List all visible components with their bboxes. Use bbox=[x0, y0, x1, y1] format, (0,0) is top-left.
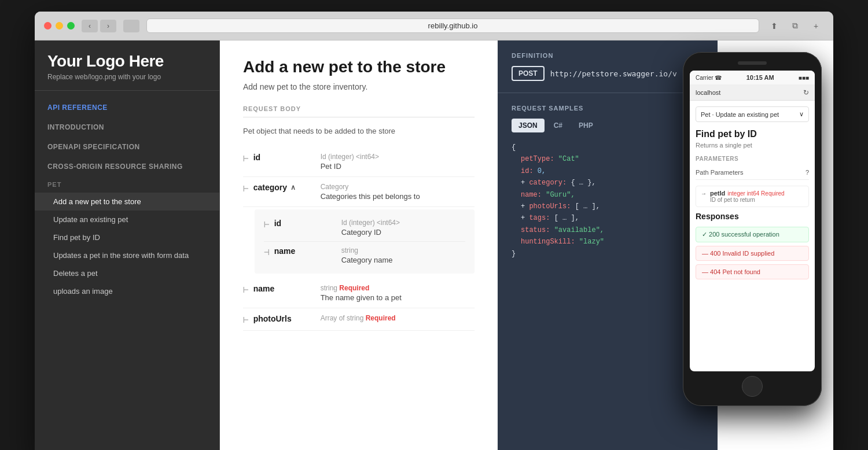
sidebar-item-uploads-image[interactable]: uploads an image bbox=[35, 282, 219, 300]
close-button[interactable] bbox=[44, 22, 52, 29]
phone-section-title: Find pet by ID bbox=[696, 129, 809, 139]
sidebar-item-cors[interactable]: CROSS-ORIGIN RESOURCE SHARING bbox=[35, 157, 219, 176]
request-samples-label: REQUEST SAMPLES bbox=[512, 105, 704, 112]
sidebar-item-openapi-spec[interactable]: OPENAPI SPECIFICATION bbox=[35, 137, 219, 157]
bracket-name: ⊢ bbox=[243, 285, 249, 294]
nested-field-desc-id: Category ID bbox=[341, 228, 465, 237]
sidebar: Your Logo Here Replace web/logo.png with… bbox=[35, 40, 220, 450]
method-badge: POST bbox=[512, 66, 545, 81]
sidebar-item-update-pet[interactable]: Update an existing pet bbox=[35, 211, 219, 228]
phone-url-text: localhost bbox=[696, 89, 720, 96]
field-name-id: id bbox=[253, 153, 311, 162]
field-type-name: string Required bbox=[321, 284, 475, 292]
browser-actions: ⬆ ⧉ + bbox=[766, 20, 824, 32]
field-desc-category: Categories this pet belongs to bbox=[321, 192, 475, 201]
nav-buttons: ‹ › bbox=[82, 20, 116, 32]
sidebar-item-update-form[interactable]: Updates a pet in the store with form dat… bbox=[35, 246, 219, 264]
field-name-category[interactable]: category ∧ bbox=[253, 183, 311, 192]
phone-status-bar: Carrier ☎ 10:15 AM ■■■ bbox=[690, 71, 815, 85]
back-button[interactable]: ‹ bbox=[82, 20, 98, 32]
page-description: Add new pet to the store inventory. bbox=[243, 82, 475, 91]
request-body-label: REQUEST BODY bbox=[243, 105, 475, 117]
phone-param-desc: ID of pet to return bbox=[710, 197, 785, 203]
phone-param-name: petId bbox=[710, 190, 725, 197]
phone-section-desc: Returns a single pet bbox=[696, 142, 809, 149]
code-block: { petType: "Cat" id: 0, + category: { … … bbox=[512, 142, 704, 260]
share-button[interactable]: ⬆ bbox=[766, 20, 782, 32]
tab-csharp[interactable]: C# bbox=[547, 119, 569, 132]
phone-content: Pet · Update an existing pet ∨ Find pet … bbox=[690, 101, 815, 367]
nested-field-name-id: id bbox=[274, 219, 332, 228]
phone-url-bar[interactable]: localhost ↻ bbox=[690, 85, 815, 101]
page-title: Add a new pet to the store bbox=[243, 58, 475, 76]
phone-path-params: Path Parameters ? bbox=[696, 165, 809, 180]
phone-param-row: → petId integer int64 Required ID of pet… bbox=[696, 186, 809, 207]
browser-content: Your Logo Here Replace web/logo.png with… bbox=[35, 40, 833, 450]
tab-php[interactable]: PHP bbox=[572, 119, 600, 132]
samples-tabs: JSON C# PHP bbox=[512, 119, 704, 132]
sidebar-item-find-pet-id[interactable]: Find pet by ID bbox=[35, 228, 219, 246]
field-type-category: Category bbox=[321, 183, 475, 191]
definition-label: DEFINITION bbox=[512, 52, 704, 59]
code-id: id: 0, bbox=[512, 165, 704, 177]
field-id: ⊢ id Id (integer) <int64> Pet ID bbox=[243, 147, 475, 177]
phone-mockup: Carrier ☎ 10:15 AM ■■■ localhost ↻ Pet ·… bbox=[683, 52, 833, 450]
nested-field-type-name: string bbox=[341, 246, 465, 254]
phone-reload-icon[interactable]: ↻ bbox=[803, 88, 809, 97]
sidebar-item-add-pet[interactable]: Add a new pet to the store bbox=[35, 193, 219, 211]
phone-time: 10:15 AM bbox=[746, 74, 774, 81]
bracket-icon: ⊢ bbox=[243, 154, 249, 163]
sidebar-item-introduction[interactable]: INTRODUCTION bbox=[35, 117, 219, 137]
minimize-button[interactable] bbox=[56, 22, 63, 29]
browser-window: ‹ › rebilly.github.io ⬆ ⧉ + Your Logo He… bbox=[35, 12, 833, 450]
phone-response-400[interactable]: — 400 Invalid ID supplied bbox=[696, 246, 809, 261]
phone-responses-label: Responses bbox=[696, 212, 809, 221]
traffic-lights bbox=[44, 22, 75, 29]
chevron-down-icon: ∨ bbox=[799, 110, 804, 118]
sidebar-nav: API REFERENCE INTRODUCTION OPENAPI SPECI… bbox=[35, 91, 219, 307]
field-desc-id: Pet ID bbox=[321, 162, 475, 171]
field-desc-name: The name given to a pet bbox=[321, 293, 475, 302]
forward-button[interactable]: › bbox=[100, 20, 116, 32]
help-icon: ? bbox=[806, 169, 809, 176]
phone-dropdown[interactable]: Pet · Update an existing pet ∨ bbox=[696, 106, 809, 122]
phone-battery: ■■■ bbox=[799, 75, 809, 81]
logo-subtitle: Replace web/logo.png with your logo bbox=[47, 73, 207, 81]
tab-json[interactable]: JSON bbox=[512, 119, 545, 132]
duplicate-tab-button[interactable]: ⧉ bbox=[787, 20, 803, 32]
field-category: ⊢ category ∧ Category Categories this pe… bbox=[243, 177, 475, 207]
field-photourls: ⊢ photoUrls Array of string Required bbox=[243, 308, 475, 331]
field-name-photourls: photoUrls bbox=[253, 314, 311, 323]
sidebar-logo: Your Logo Here Replace web/logo.png with… bbox=[35, 40, 219, 91]
code-category: + category: { … }, bbox=[512, 177, 704, 189]
maximize-button[interactable] bbox=[67, 22, 75, 29]
phone-response-200[interactable]: ✓ 200 successful operation bbox=[696, 227, 809, 242]
definition-url: http://petstore.swagger.io/v bbox=[550, 69, 677, 78]
phone-path-params-label: Path Parameters bbox=[696, 169, 744, 176]
request-body-desc: Pet object that needs to be added to the… bbox=[243, 127, 475, 135]
sidebar-group-pet: PET bbox=[35, 176, 219, 193]
bracket-icon-cat: ⊢ bbox=[243, 184, 249, 193]
nested-field-type-id: Id (integer) <int64> bbox=[341, 219, 465, 227]
sidebar-item-deletes-pet[interactable]: Deletes a pet bbox=[35, 264, 219, 282]
bracket-nested-id: ⊢ bbox=[264, 220, 270, 229]
code-status: status: "available", bbox=[512, 224, 704, 236]
phone-params-label: PARAMETERS bbox=[696, 156, 809, 162]
new-tab-button[interactable]: + bbox=[808, 20, 824, 32]
sidebar-toggle-button[interactable] bbox=[123, 20, 139, 32]
phone-outer: Carrier ☎ 10:15 AM ■■■ localhost ↻ Pet ·… bbox=[683, 52, 822, 406]
url-bar[interactable]: rebilly.github.io bbox=[146, 19, 759, 33]
phone-speaker bbox=[738, 61, 767, 65]
field-name-name: name bbox=[253, 284, 311, 293]
bracket-photourls: ⊢ bbox=[243, 315, 249, 324]
code-close-brace: } bbox=[512, 248, 704, 260]
sidebar-item-api-reference[interactable]: API REFERENCE bbox=[35, 98, 219, 117]
main-content: Add a new pet to the store Add new pet t… bbox=[220, 40, 498, 450]
phone-response-404[interactable]: — 404 Pet not found bbox=[696, 264, 809, 279]
phone-home-button[interactable] bbox=[742, 376, 763, 397]
bracket-nested-name: ⊣ bbox=[264, 248, 270, 257]
phone-dropdown-text: Pet · Update an existing pet bbox=[701, 111, 779, 118]
field-type-id: Id (integer) <int64> bbox=[321, 153, 475, 161]
nested-field-name-name: name bbox=[274, 246, 332, 256]
nested-field-id: ⊢ id Id (integer) <int64> Category ID bbox=[264, 214, 465, 242]
